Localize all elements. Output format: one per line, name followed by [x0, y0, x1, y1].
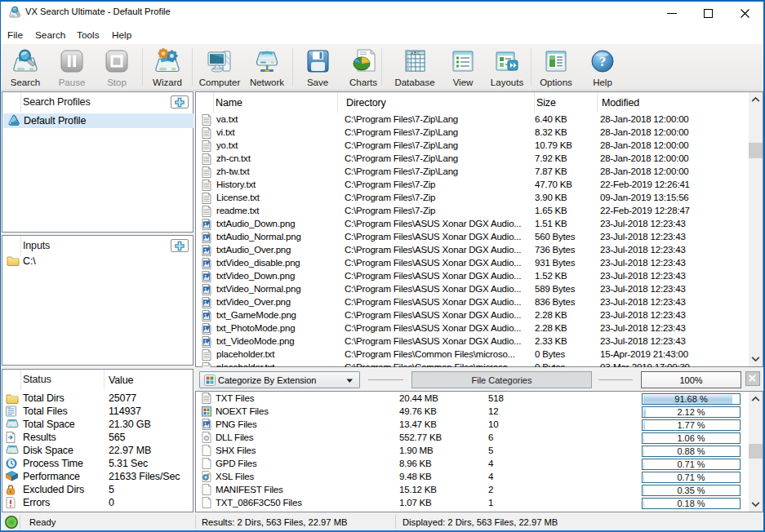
svg-text:?: ? [599, 54, 607, 69]
svg-text:2: 2 [407, 60, 409, 63]
svg-text:e: e [207, 472, 210, 477]
svg-text:3: 3 [407, 64, 409, 67]
svg-text:1: 1 [407, 55, 409, 59]
svg-text:4: 4 [407, 68, 409, 71]
